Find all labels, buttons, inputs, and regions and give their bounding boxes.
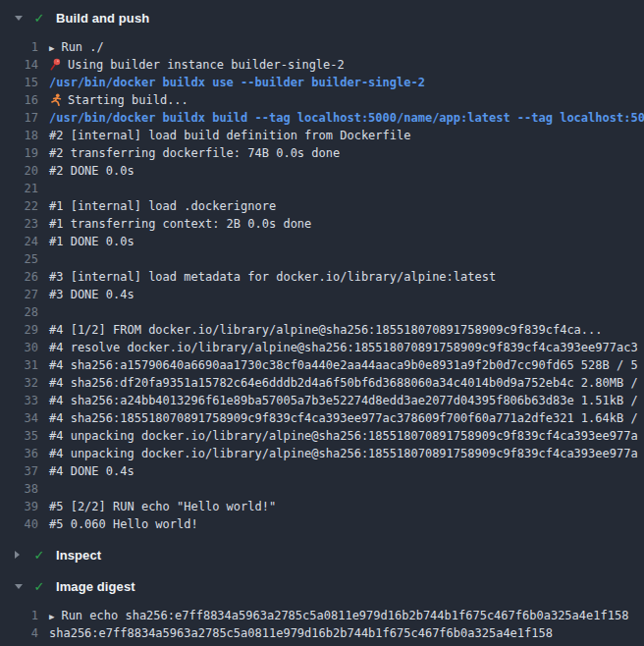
log-line-number[interactable]: 21 — [0, 180, 38, 197]
step-section: ✓ Build and push 1 ▶Run ./ 14 Using buil… — [0, 4, 644, 537]
log-line-number[interactable]: 32 — [0, 374, 38, 392]
step-log: 1 ▶Run echo sha256:e7ff8834a5963a2785c5a… — [0, 600, 644, 646]
log-line-text: #3 DONE 0.4s — [38, 286, 644, 303]
chevron-slot[interactable] — [15, 16, 25, 21]
log-line: 38 — [0, 480, 644, 498]
step-title: Inspect — [56, 548, 101, 563]
log-line-number[interactable]: 30 — [0, 339, 38, 356]
log-line-text: Starting build... — [38, 91, 644, 109]
log-line: 1 ▶Run echo sha256:e7ff8834a5963a2785c5a… — [0, 607, 644, 624]
actions-log-viewer: ✓ Build and push 1 ▶Run ./ 14 Using buil… — [0, 0, 644, 646]
log-line-text: #4 resolve docker.io/library/alpine@sha2… — [38, 339, 644, 356]
log-line-number[interactable]: 24 — [0, 233, 38, 250]
step-header[interactable]: ✓ Inspect — [0, 541, 644, 568]
log-line-number[interactable]: 15 — [0, 74, 38, 91]
log-line-number[interactable]: 28 — [0, 303, 38, 321]
chevron-down-icon[interactable] — [15, 584, 23, 589]
log-line-text: /usr/bin/docker buildx use --builder bui… — [38, 74, 644, 91]
log-line-text: /usr/bin/docker buildx build --tag local… — [38, 109, 644, 127]
step-section: ✓ Inspect — [0, 541, 644, 568]
log-line: 15 /usr/bin/docker buildx use --builder … — [0, 74, 644, 91]
log-line-text: #5 [2/2] RUN echo "Hello world!" — [38, 498, 644, 515]
log-line-text: #1 [internal] load .dockerignore — [38, 197, 644, 215]
log-line-number[interactable]: 36 — [0, 445, 38, 462]
log-line: 31 #4 sha256:a15790640a6690aa1730c38cf0a… — [0, 356, 644, 374]
log-line-number[interactable]: 26 — [0, 268, 38, 286]
log-line: 14 Using builder instance builder-single… — [0, 56, 644, 74]
log-line-number[interactable]: 14 — [0, 56, 38, 74]
log-line: 4 sha256:e7ff8834a5963a2785c5a0811e979d1… — [0, 624, 644, 642]
log-line-number[interactable]: 34 — [0, 409, 38, 427]
log-line-text: #4 unpacking docker.io/library/alpine@sh… — [38, 445, 644, 462]
chevron-slot[interactable] — [15, 584, 25, 589]
log-line-number[interactable]: 4 — [0, 624, 38, 642]
log-line-number[interactable]: 27 — [0, 286, 38, 303]
log-line-number[interactable]: 23 — [0, 215, 38, 233]
log-line-number[interactable]: 35 — [0, 427, 38, 445]
log-line: 37 #4 DONE 0.4s — [0, 462, 644, 480]
log-line: 35 #4 unpacking docker.io/library/alpine… — [0, 427, 644, 445]
log-line-number[interactable]: 33 — [0, 392, 38, 409]
log-line: 39 #5 [2/2] RUN echo "Hello world!" — [0, 498, 644, 515]
log-line: 20 #2 DONE 0.0s — [0, 162, 644, 180]
log-line-number[interactable]: 1 — [0, 38, 38, 56]
log-line: 22 #1 [internal] load .dockerignore — [0, 197, 644, 215]
log-line-text — [38, 250, 644, 268]
steps-list: ✓ Build and push 1 ▶Run ./ 14 Using buil… — [0, 4, 644, 646]
chevron-down-icon[interactable] — [15, 16, 23, 21]
expand-run-arrow-icon[interactable]: ▶ — [49, 612, 54, 621]
log-line: 21 — [0, 180, 644, 197]
log-line: 1 ▶Run ./ — [0, 38, 644, 56]
log-line: 17 /usr/bin/docker buildx build --tag lo… — [0, 109, 644, 127]
log-line: 25 — [0, 250, 644, 268]
pushpin-icon — [49, 58, 62, 71]
log-line-number[interactable]: 17 — [0, 109, 38, 127]
log-line-text: #4 sha256:a15790640a6690aa1730c38cf0a440… — [38, 356, 644, 374]
log-line: 29 #4 [1/2] FROM docker.io/library/alpin… — [0, 321, 644, 339]
log-line-text: #4 sha256:a24bb4013296f61e89ba57005a7b3e… — [38, 392, 644, 409]
log-line-text — [38, 480, 644, 498]
log-line: 18 #2 [internal] load build definition f… — [0, 127, 644, 144]
step-header[interactable]: ✓ Image digest — [0, 572, 644, 600]
log-line: 36 #4 unpacking docker.io/library/alpine… — [0, 445, 644, 462]
log-line: 23 #1 transferring context: 2B 0.0s done — [0, 215, 644, 233]
chevron-right-icon[interactable] — [15, 551, 20, 559]
log-line: 26 #3 [internal] load metadata for docke… — [0, 268, 644, 286]
log-line-number[interactable]: 31 — [0, 356, 38, 374]
log-line-number[interactable]: 1 — [0, 607, 38, 624]
log-line-number[interactable]: 29 — [0, 321, 38, 339]
log-line-number[interactable]: 16 — [0, 91, 38, 109]
log-line-number[interactable]: 39 — [0, 498, 38, 515]
log-line-number[interactable]: 18 — [0, 127, 38, 144]
log-line-text: #1 DONE 0.0s — [38, 233, 644, 250]
log-line-text — [38, 303, 644, 321]
log-line-text: ▶Run ./ — [38, 38, 644, 56]
log-line-text: ▶Run echo sha256:e7ff8834a5963a2785c5a08… — [38, 607, 644, 624]
check-icon: ✓ — [32, 548, 46, 563]
log-line-text: Using builder instance builder-single-2 — [38, 56, 644, 74]
log-line-number[interactable]: 20 — [0, 162, 38, 180]
log-line-text: #4 sha256:df20fa9351a15782c64e6dddb2d4a6… — [38, 374, 644, 392]
chevron-slot[interactable] — [15, 551, 25, 559]
log-line-number[interactable]: 19 — [0, 144, 38, 162]
expand-run-arrow-icon[interactable]: ▶ — [49, 43, 54, 53]
log-line: 27 #3 DONE 0.4s — [0, 286, 644, 303]
log-line-number[interactable]: 22 — [0, 197, 38, 215]
log-line: 34 #4 sha256:185518070891758909c9f839cf4… — [0, 409, 644, 427]
step-header[interactable]: ✓ Build and push — [0, 4, 644, 31]
log-line-text — [38, 180, 644, 197]
log-line-text: #4 sha256:185518070891758909c9f839cf4ca3… — [38, 409, 644, 427]
step-title: Image digest — [56, 579, 135, 594]
log-line-number[interactable]: 25 — [0, 250, 38, 268]
log-line-number[interactable]: 40 — [0, 515, 38, 533]
log-line: 28 — [0, 303, 644, 321]
log-line-text: #2 transferring dockerfile: 74B 0.0s don… — [38, 144, 644, 162]
log-line-number[interactable]: 38 — [0, 480, 38, 498]
log-line: 40 #5 0.060 Hello world! — [0, 515, 644, 533]
log-line-text: #2 DONE 0.0s — [38, 162, 644, 180]
log-line-text: #5 0.060 Hello world! — [38, 515, 644, 533]
log-line: 32 #4 sha256:df20fa9351a15782c64e6dddb2d… — [0, 374, 644, 392]
log-line-number[interactable]: 37 — [0, 462, 38, 480]
log-line-text: #2 [internal] load build definition from… — [38, 127, 644, 144]
check-icon: ✓ — [32, 579, 46, 594]
